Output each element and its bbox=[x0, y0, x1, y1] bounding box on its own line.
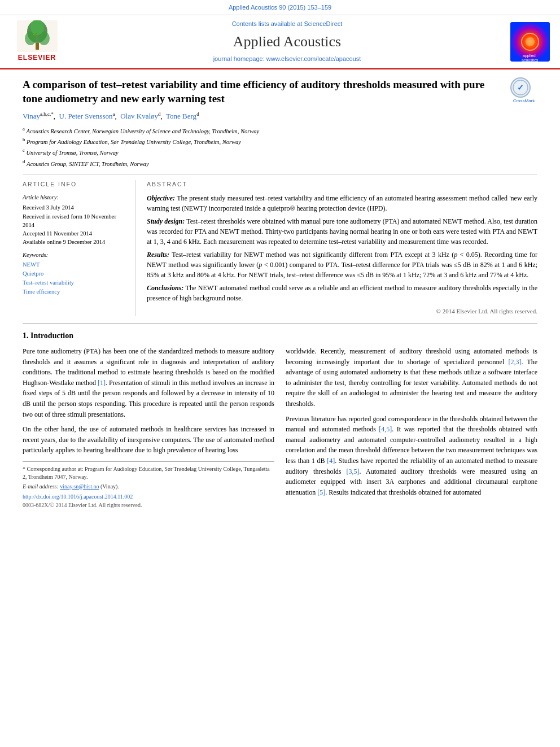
affiliations: a Acoustics Research Center, Norwegian U… bbox=[23, 125, 537, 168]
svg-text:acoustics: acoustics bbox=[522, 58, 539, 62]
abstract-objective: Objective: The present study measured te… bbox=[147, 193, 537, 213]
history-online: Available online 9 December 2014 bbox=[23, 238, 126, 246]
crossmark-label: CrossMark bbox=[510, 98, 537, 104]
page-doi: http://dx.doi.org/10.1016/j.apacoust.201… bbox=[23, 493, 274, 509]
author-svensson[interactable]: U. Peter Svensson bbox=[59, 112, 113, 120]
footnote-section: * Corresponding author at: Program for A… bbox=[23, 461, 274, 491]
ref-link-2-3[interactable]: [2,3] bbox=[508, 358, 521, 366]
author-vinay[interactable]: Vinay bbox=[23, 112, 40, 120]
footnote-corresponding: * Corresponding author at: Program for A… bbox=[23, 465, 274, 482]
elsevier-brand-name: ELSEVIER bbox=[18, 53, 56, 63]
keyword-test-retest: Test–retest variability bbox=[23, 278, 126, 287]
intro-para-3: worldwide. Recently, measurement of audi… bbox=[286, 346, 537, 409]
abstract-conclusions: Conclusions: The NEWT automated method c… bbox=[147, 283, 537, 303]
science-direct-line: Contents lists available at ScienceDirec… bbox=[69, 20, 505, 29]
homepage-url[interactable]: www.elsevier.com/locate/apacoust bbox=[266, 55, 361, 62]
section-title-intro: 1. Introduction bbox=[23, 330, 537, 342]
svg-point-9 bbox=[526, 37, 535, 46]
ref-link-4[interactable]: [4] bbox=[327, 457, 335, 465]
keyword-newt: NEWT bbox=[23, 260, 126, 269]
authors-line: Vinaya,b,c,*, U. Peter Svenssona, Olav K… bbox=[23, 111, 537, 122]
homepage-prefix: journal homepage: bbox=[213, 55, 266, 62]
article-title: A comparison of test–retest variability … bbox=[23, 77, 510, 106]
article-info-header: ARTICLE INFO bbox=[23, 180, 126, 189]
journal-reference: Applied Acoustics 90 (2015) 153–159 bbox=[0, 0, 560, 15]
study-design-label: Study design: bbox=[147, 217, 185, 225]
intro-para-4: Previous literature has reported good co… bbox=[286, 414, 537, 498]
journal-thumbnail: applied acoustics bbox=[510, 22, 550, 62]
conclusions-label: Conclusions: bbox=[147, 284, 183, 292]
doi-link[interactable]: http://dx.doi.org/10.1016/j.apacoust.201… bbox=[23, 493, 274, 501]
journal-center-header: Contents lists available at ScienceDirec… bbox=[64, 20, 510, 64]
keywords-section: Keywords: NEWT Quietpro Test–retest vari… bbox=[23, 251, 126, 296]
footnote-email: E-mail address: vinay.sn@hist.no (Vinay)… bbox=[23, 483, 274, 491]
introduction-section: 1. Introduction Pure tone audiometry (PT… bbox=[23, 330, 537, 510]
intro-para-1: Pure tone audiometry (PTA) has been one … bbox=[23, 346, 274, 420]
ref-link-1[interactable]: [1] bbox=[98, 379, 106, 387]
keyword-quietpro: Quietpro bbox=[23, 269, 126, 278]
article-main: A comparison of test–retest variability … bbox=[0, 69, 560, 516]
affiliation-a: a Acoustics Research Center, Norwegian U… bbox=[23, 125, 537, 136]
abstract-study-design: Study design: Test–retest thresholds wer… bbox=[147, 216, 537, 247]
abstract-results: Results: Test–retest variability for NEW… bbox=[147, 250, 537, 280]
history-accepted: Accepted 11 November 2014 bbox=[23, 229, 126, 238]
crossmark-icon[interactable]: ✓ bbox=[510, 77, 531, 98]
journal-thumb-image: applied acoustics bbox=[510, 22, 550, 62]
article-info-abstract: ARTICLE INFO Article history: Received 3… bbox=[23, 180, 537, 316]
journal-homepage-line: journal homepage: www.elsevier.com/locat… bbox=[69, 55, 505, 64]
section-divider bbox=[23, 323, 537, 324]
elsevier-logo: 🌿 ELSEVIER bbox=[10, 20, 64, 63]
journal-title: Applied Acoustics bbox=[69, 31, 505, 53]
science-direct-prefix: Contents lists available at bbox=[232, 20, 304, 27]
svg-text:applied: applied bbox=[523, 54, 536, 58]
svg-text:✓: ✓ bbox=[517, 83, 524, 92]
intro-left-col: Pure tone audiometry (PTA) has been one … bbox=[23, 346, 274, 509]
history-label: Article history: bbox=[23, 193, 126, 202]
results-label: Results: bbox=[147, 251, 169, 259]
copyright-line: © 2014 Elsevier Ltd. All rights reserved… bbox=[147, 307, 537, 316]
affiliation-c: c University of Tromsø, Tromsø, Norway bbox=[23, 147, 537, 157]
email-link[interactable]: vinay.sn@hist.no bbox=[60, 483, 99, 490]
divider-article-info bbox=[23, 174, 537, 174]
ref-link-5[interactable]: [5] bbox=[317, 488, 325, 496]
history-received: Received 3 July 2014 bbox=[23, 203, 126, 212]
abstract-text: Objective: The present study measured te… bbox=[147, 193, 537, 316]
section-title-text: Introduction bbox=[30, 331, 73, 340]
crossmark-container[interactable]: ✓ CrossMark bbox=[510, 77, 537, 104]
journal-header: 🌿 ELSEVIER Contents lists available at S… bbox=[0, 15, 560, 69]
section-number: 1. bbox=[23, 331, 29, 340]
abstract-column: ABSTRACT Objective: The present study me… bbox=[147, 180, 537, 316]
article-title-section: A comparison of test–retest variability … bbox=[23, 77, 537, 106]
article-info-column: ARTICLE INFO Article history: Received 3… bbox=[23, 180, 135, 316]
objective-label: Objective: bbox=[147, 194, 175, 202]
abstract-header: ABSTRACT bbox=[147, 180, 537, 189]
svg-text:🌿: 🌿 bbox=[33, 32, 38, 37]
article-history: Article history: Received 3 July 2014 Re… bbox=[23, 193, 126, 246]
affiliation-d: d Acoustics Group, SINTEF ICT, Trondheim… bbox=[23, 158, 537, 168]
journal-ref-text: Applied Acoustics 90 (2015) 153–159 bbox=[229, 4, 331, 11]
science-direct-link[interactable]: ScienceDirect bbox=[304, 20, 342, 27]
svg-rect-1 bbox=[36, 43, 39, 50]
author-berg[interactable]: Tone Berg bbox=[166, 112, 196, 120]
keywords-label: Keywords: bbox=[23, 251, 126, 259]
ref-link-3-5[interactable]: [3,5] bbox=[347, 468, 360, 475]
intro-para-2: On the other hand, the use of automated … bbox=[23, 424, 274, 456]
issn-line: 0003-682X/© 2014 Elsevier Ltd. All right… bbox=[23, 501, 274, 510]
keyword-time: Time efficiency bbox=[23, 287, 126, 296]
affiliation-b: b Program for Audiology Education, Sør T… bbox=[23, 136, 537, 146]
intro-two-col: Pure tone audiometry (PTA) has been one … bbox=[23, 346, 537, 509]
intro-right-col: worldwide. Recently, measurement of audi… bbox=[286, 346, 537, 509]
elsevier-tree-icon: 🌿 bbox=[17, 20, 58, 52]
author-kvaloy[interactable]: Olav Kvaløy bbox=[120, 112, 158, 120]
history-revised: Received in revised form 10 November 201… bbox=[23, 212, 126, 229]
ref-link-4-5[interactable]: [4,5] bbox=[379, 425, 392, 433]
